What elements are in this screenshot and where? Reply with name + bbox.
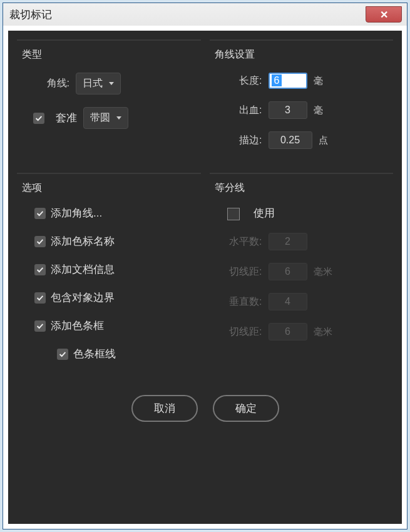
lbl-add-corner: 添加角线...: [51, 206, 102, 220]
title-bar: 裁切标记 ✕: [3, 3, 407, 26]
ck-add-doc-info[interactable]: [34, 264, 46, 275]
lbl-color-bar-line: 色条框线: [73, 347, 116, 361]
dialog-body: 类型 角线: 日式 套准 带圆: [8, 31, 402, 524]
hcount-value: 2: [285, 236, 290, 247]
ck-color-bar-line[interactable]: [57, 349, 68, 360]
length-input[interactable]: 6: [269, 73, 307, 89]
hgap-label: 切线距:: [215, 325, 262, 339]
length-label: 长度:: [215, 74, 262, 88]
group-divide: 等分线 使用 水平数: 2 切线距: 6 毫米 垂直数: 4: [210, 173, 394, 386]
bleed-label: 出血:: [215, 104, 262, 117]
checkmark-icon: [36, 294, 44, 302]
hgap-unit: 毫米: [314, 326, 332, 338]
group-options: 选项 添加角线... 添加色标名称 添加文档信息: [17, 173, 201, 386]
register-style-value: 带圆: [90, 111, 110, 125]
lbl-add-color-bar: 添加色条框: [51, 319, 104, 333]
vgap-input: 6: [269, 263, 307, 280]
corner-style-select[interactable]: 日式: [76, 73, 121, 95]
group-title-corner-settings: 角线设置: [215, 48, 389, 61]
checkmark-icon: [58, 350, 67, 359]
corner-style-value: 日式: [83, 77, 103, 90]
window-title: 裁切标记: [9, 8, 52, 22]
group-title-divide: 等分线: [215, 182, 389, 195]
ck-include-obj-bounds[interactable]: [34, 292, 46, 304]
hcount-input: 2: [269, 233, 307, 250]
hgap-input: 6: [269, 323, 307, 340]
lbl-add-color-name: 添加色标名称: [51, 234, 115, 248]
ck-add-color-name[interactable]: [34, 236, 46, 247]
bleed-input[interactable]: 3: [269, 101, 307, 119]
vgap-unit: 毫米: [314, 266, 332, 278]
close-icon: ✕: [380, 9, 388, 21]
register-style-select[interactable]: 带圆: [83, 107, 128, 129]
chevron-down-icon: [116, 116, 121, 120]
lbl-use-divide: 使用: [254, 207, 275, 219]
checkmark-icon: [36, 237, 44, 246]
bleed-value: 3: [285, 105, 290, 115]
hgap-value: 6: [285, 326, 290, 337]
hcount-label: 水平数:: [215, 235, 262, 248]
vgap-value: 6: [285, 266, 290, 277]
lbl-add-doc-info: 添加文档信息: [51, 262, 115, 277]
stroke-value: 0.25: [280, 135, 300, 145]
chevron-down-icon: [109, 82, 114, 85]
vgap-label: 切线距:: [215, 265, 262, 279]
group-title-type: 类型: [22, 48, 196, 61]
group-title-options: 选项: [22, 182, 196, 195]
group-type: 类型 角线: 日式 套准 带圆: [17, 39, 201, 173]
vcount-label: 垂直数:: [215, 295, 262, 309]
vcount-input: 4: [269, 293, 307, 310]
ok-button[interactable]: 确定: [213, 395, 279, 422]
checkmark-icon: [34, 114, 43, 123]
register-label: 套准: [56, 111, 77, 125]
stroke-input[interactable]: 0.25: [269, 131, 312, 149]
checkmark-icon: [36, 265, 44, 274]
length-unit: 毫: [314, 75, 323, 87]
dialog-window: 裁切标记 ✕ 类型 角线: 日式 套: [3, 3, 407, 529]
lbl-include-obj-bounds: 包含对象边界: [51, 290, 115, 305]
register-checkbox[interactable]: [33, 113, 44, 124]
group-corner-settings: 角线设置 长度: 6 毫 出血: 3 毫 描边: 0.25 点: [210, 39, 394, 173]
checkmark-icon: [36, 322, 44, 330]
bleed-unit: 毫: [314, 105, 323, 116]
button-row: 取消 确定: [17, 386, 393, 428]
ck-add-corner[interactable]: [34, 208, 46, 219]
checkmark-icon: [36, 209, 44, 218]
ck-use-divide[interactable]: [227, 208, 240, 220]
length-value: 6: [272, 74, 282, 86]
cancel-button[interactable]: 取消: [131, 395, 198, 422]
stroke-unit: 点: [319, 135, 328, 146]
corner-label: 角线:: [22, 77, 69, 90]
vcount-value: 4: [285, 296, 290, 307]
stroke-label: 描边:: [215, 134, 262, 147]
close-button[interactable]: ✕: [366, 6, 402, 23]
ck-add-color-bar[interactable]: [34, 320, 46, 332]
